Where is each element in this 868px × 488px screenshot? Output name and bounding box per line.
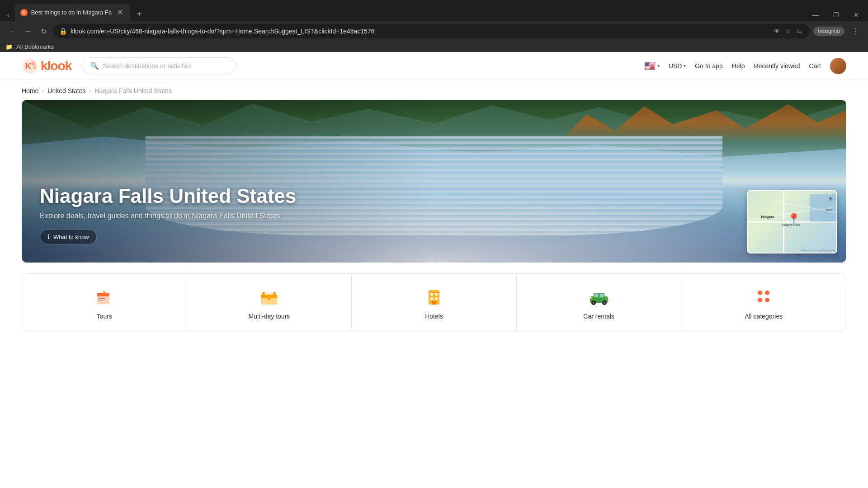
flag-dropdown-arrow: ▾ [657,63,660,68]
logo-icon: K [22,58,38,74]
active-tab[interactable]: K Best things to do in Niagara Fa ✕ [15,4,131,21]
flag-icon: 🇺🇸 [644,61,656,71]
tours-label: Tours [97,313,112,320]
hero-section: Niagara Falls United States Explore deal… [22,100,846,263]
svg-rect-20 [435,297,438,300]
cart-link[interactable]: Cart [809,62,821,70]
bookmarks-bar: 📁 All Bookmarks [0,41,868,52]
svg-point-3 [33,66,36,69]
minimize-button[interactable]: — [805,9,826,21]
tab-bar: ‹ K Best things to do in Niagara Fa ✕ + … [0,0,868,21]
breadcrumb-home[interactable]: Home [22,87,38,94]
reload-button[interactable]: ↻ [38,25,49,38]
eye-slash-icon[interactable]: 👁 [773,27,781,36]
recently-viewed-link[interactable]: Recently viewed [754,62,800,70]
language-selector[interactable]: 🇺🇸 ▾ [644,61,660,71]
svg-rect-19 [430,297,433,300]
map-zoom-in-button[interactable]: + [829,195,833,203]
category-cards: Tours Multi-day tours [22,273,846,331]
sidebar-icon[interactable]: ▭ [796,27,803,36]
tab-favicon: K [20,9,28,16]
hero-title: Niagara Falls United States [40,185,828,207]
map-background: 📍 Niagara Niagara Falls IAG + © Mapbox ©… [748,191,836,253]
incognito-badge[interactable]: Incognito [813,27,844,36]
close-button[interactable]: ✕ [846,9,866,21]
breadcrumb-sep-1: › [42,88,44,94]
svg-point-30 [604,302,605,304]
back-button[interactable]: ← [5,25,18,37]
what-to-know-label: What to know [53,234,89,240]
svg-rect-25 [594,294,598,297]
category-all[interactable]: All categories [681,274,846,331]
svg-text:K: K [25,61,32,71]
category-hotels[interactable]: Hotels [352,274,517,331]
all-bookmarks-link[interactable]: All Bookmarks [16,43,54,50]
category-tours[interactable]: Tours [22,274,187,331]
svg-rect-31 [590,297,592,299]
svg-rect-26 [600,294,604,297]
svg-rect-6 [97,293,109,296]
hero-content: Niagara Falls United States Explore deal… [22,100,846,263]
svg-point-36 [765,298,769,302]
car-rentals-label: Car rentals [583,313,614,320]
map-road-vertical [783,191,784,253]
svg-point-33 [758,291,762,295]
breadcrumb-current: Niagara Falls United States [94,87,171,94]
svg-rect-13 [263,292,264,296]
currency-label: USD [669,62,682,70]
currency-selector[interactable]: USD ▾ [669,62,686,70]
svg-rect-14 [274,292,275,296]
tab-close-button[interactable]: ✕ [115,7,125,18]
svg-rect-9 [99,300,103,301]
all-categories-icon [752,285,775,308]
bookmark-folder-icon: 📁 [5,43,13,50]
go-to-app-link[interactable]: Go to app [695,62,723,70]
search-placeholder: Search destinations or activities [103,62,192,70]
tours-icon [93,285,116,308]
map-city-label: Niagara [761,215,774,219]
svg-rect-18 [435,293,438,296]
search-icon: 🔍 [90,61,99,70]
map-thumbnail[interactable]: 📍 Niagara Niagara Falls IAG + © Mapbox ©… [747,190,837,253]
window-controls: — ❐ ✕ [805,9,868,21]
info-icon: ℹ [47,233,50,240]
user-avatar[interactable] [830,58,846,74]
tab-title: Best things to do in Niagara Fa [31,9,112,16]
restore-button[interactable]: ❐ [826,9,846,21]
hero-subtitle: Explore deals, travel guides and things … [40,212,828,220]
address-bar-row: ← → ↻ 🔒 klook.com/en-US/city/468-niagara… [0,21,868,41]
search-bar[interactable]: 🔍 Search destinations or activities [82,57,236,74]
all-categories-label: All categories [745,313,783,320]
browser-actions: Incognito ⋮ [813,25,863,38]
map-attribution: © Mapbox © OpenStreetMap [800,249,835,252]
svg-point-2 [31,61,35,66]
map-falls-label: Niagara Falls [781,223,800,226]
hotels-label: Hotels [425,313,443,320]
car-rentals-icon [587,285,611,308]
what-to-know-button[interactable]: ℹ What to know [40,229,97,244]
svg-point-34 [765,291,769,295]
page-content: K klook 🔍 Search destinations or activit… [0,52,868,331]
logo-text: klook [41,59,71,73]
svg-rect-17 [430,293,433,296]
browser-chrome: ‹ K Best things to do in Niagara Fa ✕ + … [0,0,868,52]
breadcrumb-united-states[interactable]: United States [47,87,85,94]
svg-rect-21 [432,301,436,305]
star-icon[interactable]: ☆ [784,27,792,36]
category-car-rentals[interactable]: Car rentals [517,274,682,331]
address-bar[interactable]: 🔒 klook.com/en-US/city/468-niagara-falls… [53,24,810,38]
new-tab-button[interactable]: + [132,7,146,21]
extensions-button[interactable]: ⋮ [848,25,863,38]
svg-point-35 [758,298,762,302]
logo[interactable]: K klook [22,58,71,74]
svg-rect-8 [99,298,105,299]
svg-rect-22 [429,292,439,293]
help-link[interactable]: Help [732,62,745,70]
breadcrumb: Home › United States › Niagara Falls Uni… [0,80,868,100]
map-iag-label: IAG [826,208,832,211]
breadcrumb-sep-2: › [89,88,91,94]
url-display: klook.com/en-US/city/468-niagara-falls-t… [71,28,769,35]
tab-scroll-left[interactable]: ‹ [4,9,13,21]
forward-button[interactable]: → [22,25,34,37]
category-multi-day-tours[interactable]: Multi-day tours [187,274,352,331]
